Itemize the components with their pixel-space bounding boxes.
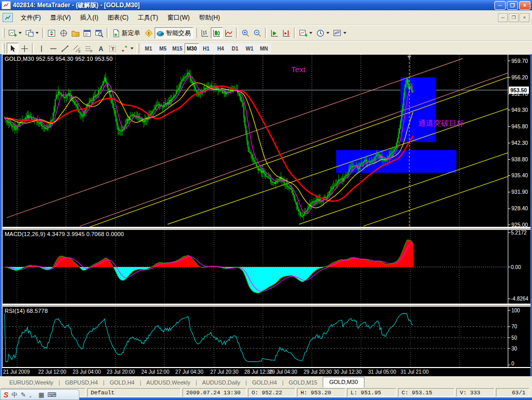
price-axis[interactable]: 959.70956.20952.70949.30945.80942.30938.… [508, 54, 530, 227]
ime-icon-3[interactable]: 。 [29, 392, 35, 398]
ime-icon-1[interactable]: 中 [11, 392, 18, 398]
hline-icon [49, 44, 58, 53]
new-chart-icon [8, 29, 17, 38]
toolbar-separator [265, 28, 267, 38]
chart-tab-gold-m15[interactable]: GOLD,M15 [284, 378, 323, 388]
chart-system-menu-icon[interactable] [3, 13, 13, 22]
time-axis[interactable]: 21 Jul 200922 Jul 12:0023 Jul 04:0023 Ju… [2, 368, 530, 376]
market-watch-button[interactable] [46, 27, 58, 39]
chart-tab-audusd-weekly[interactable]: AUDUSD,Weekly [141, 378, 195, 388]
timeframe-h1-button[interactable]: H1 [199, 43, 213, 54]
mdi-restore-button[interactable]: ❐ [509, 13, 519, 22]
time-axis-label: 29 Jul 20:30 [304, 369, 332, 375]
menu-item-0[interactable]: 文件(F) [16, 12, 45, 24]
chart-tab-audusd-daily[interactable]: AUDUSD,Daily [197, 378, 245, 388]
terminal-icon [83, 29, 92, 38]
chart-tab-gold-m30[interactable]: GOLD,M30 [323, 377, 365, 388]
chart-tab-gold-h4[interactable]: GOLD,H4 [247, 378, 282, 388]
macd-panel-canvas[interactable]: MACD(12,26,9) 4.3479 3.9945 0.7068 0.000… [2, 229, 508, 304]
terminal-button[interactable] [81, 27, 93, 39]
mdi-close-button[interactable]: × [520, 13, 529, 22]
new-chart-button[interactable] [7, 27, 24, 39]
svg-text:Text: Text [291, 65, 306, 74]
chart-tab-eurusd-weekly[interactable]: EURUSD,Weekly [4, 378, 58, 388]
ime-toolbar: S中✎。▦⌨ [0, 389, 79, 400]
vline-button[interactable] [36, 43, 47, 54]
svg-text:942.30: 942.30 [511, 140, 528, 146]
periods-button[interactable] [314, 27, 331, 39]
chart-tab-gold-h4[interactable]: GOLD,H4 [105, 378, 140, 388]
macd-axis[interactable]: 5.21720.00-4.8264 [508, 229, 530, 304]
zoom-out-button[interactable] [252, 27, 263, 39]
menu-item-5[interactable]: 窗口(W) [163, 12, 194, 24]
navigator-button[interactable]: ★ [70, 27, 81, 39]
indicators-button[interactable] [297, 27, 314, 39]
timeframe-w1-button[interactable]: W1 [242, 43, 257, 54]
svg-text:949.30: 949.30 [511, 107, 528, 113]
close-button[interactable]: × [519, 1, 530, 10]
data-window-button[interactable] [58, 27, 70, 39]
channel-button[interactable]: E [71, 43, 83, 54]
status-volume: V: 333 [456, 388, 494, 397]
time-axis-label: 31 Jul 05:00 [368, 369, 396, 375]
status-datetime: 2009.07.24 13:30 [182, 388, 246, 397]
toolbar-grip [2, 43, 5, 54]
menu-item-3[interactable]: 图表(C) [103, 12, 134, 24]
crosshair-button[interactable] [19, 43, 30, 54]
toolbar-separator [32, 43, 34, 54]
profiles-icon [25, 29, 34, 38]
cursor-button[interactable] [7, 43, 19, 54]
svg-text:30: 30 [511, 346, 518, 352]
chart-candles-button[interactable] [211, 27, 223, 39]
timeframe-h4-button[interactable]: H4 [213, 43, 228, 54]
time-axis-label: 29 Jul 04:30 [269, 369, 297, 375]
chart-line-button[interactable] [223, 27, 235, 39]
chart-shift-button[interactable] [280, 27, 292, 39]
metaeditor-button[interactable]: ! [143, 27, 155, 39]
fibo-button[interactable]: F [83, 43, 95, 54]
timeframe-m15-button[interactable]: M15 [170, 43, 185, 54]
profiles-button[interactable] [24, 27, 41, 39]
menu-item-4[interactable]: 工具(T) [133, 12, 162, 24]
minimize-button[interactable]: ─ [494, 1, 506, 10]
timeframe-mn-button[interactable]: MN [257, 43, 271, 54]
mdi-minimize-button[interactable]: ─ [498, 13, 508, 22]
ime-icon-0[interactable]: S [4, 391, 8, 398]
auto-scroll-button[interactable] [269, 27, 280, 39]
text-a-icon: A [96, 44, 105, 53]
trendline-button[interactable] [59, 43, 71, 54]
menu-item-2[interactable]: 插入(I) [75, 12, 103, 24]
crosshair-icon [20, 44, 29, 53]
ime-icon-5[interactable]: ⌨ [47, 392, 56, 398]
svg-text:925.00: 925.00 [511, 222, 528, 227]
timeframe-m30-button[interactable]: M30 [185, 43, 199, 54]
maximize-button[interactable]: ❐ [507, 1, 518, 10]
timeframe-m5-button[interactable]: M5 [156, 43, 170, 54]
dropdown-caret-icon [36, 32, 39, 34]
rsi-axis[interactable]: 1007050300 [508, 306, 530, 368]
label-t-button[interactable]: T [107, 43, 119, 54]
templates-icon [333, 29, 342, 38]
expert-advisors-button[interactable]: 智能交易 [155, 27, 193, 39]
chart-tab-gbpusd-h4[interactable]: GBPUSD,H4 [60, 378, 103, 388]
new-order-button[interactable]: 新定单 [110, 27, 143, 39]
timeframe-m1-button[interactable]: M1 [141, 43, 156, 54]
tester-button[interactable] [93, 27, 105, 39]
svg-text:945.80: 945.80 [511, 123, 528, 129]
menu-item-1[interactable]: 显示(V) [45, 12, 75, 24]
menu-item-6[interactable]: 帮助(H) [194, 12, 225, 24]
chart-bars-button[interactable] [199, 27, 211, 39]
ime-icon-2[interactable]: ✎ [21, 392, 26, 398]
templates-button[interactable] [331, 27, 348, 39]
rsi-panel-canvas[interactable]: RSI(14) 68.5778 [2, 306, 508, 368]
chart-bars-icon [201, 29, 209, 38]
text-a-button[interactable]: A [95, 43, 107, 54]
main-chart-canvas[interactable]: GOLD,M30 952.55 954.30 952.10 953.50 Tex… [2, 54, 508, 227]
toolbar-grip [2, 28, 5, 38]
shapes-button[interactable] [119, 43, 136, 54]
menu-bar: 文件(F)显示(V)插入(I)图表(C)工具(T)窗口(W)帮助(H) ─ ❐ … [0, 10, 532, 25]
ime-icon-4[interactable]: ▦ [38, 392, 44, 398]
hline-button[interactable] [47, 43, 59, 54]
timeframe-d1-button[interactable]: D1 [228, 43, 242, 54]
zoom-in-button[interactable] [240, 27, 252, 39]
